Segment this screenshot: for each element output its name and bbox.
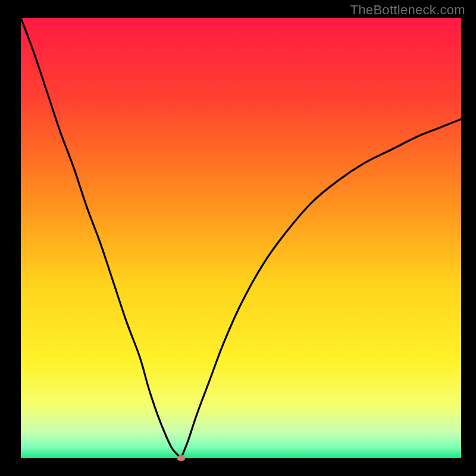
- gradient-background: [21, 18, 461, 458]
- optimum-marker: [177, 455, 185, 461]
- bottleneck-chart: [0, 0, 476, 476]
- watermark-text: TheBottleneck.com: [350, 2, 465, 18]
